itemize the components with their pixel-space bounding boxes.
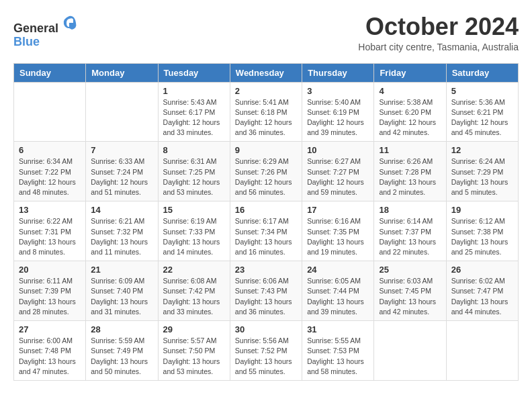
calendar-day-header: Saturday [446,63,518,82]
day-info: Sunrise: 6:16 AM Sunset: 7:35 PM Dayligh… [307,216,369,257]
day-info: Sunrise: 5:43 AM Sunset: 6:17 PM Dayligh… [163,97,225,138]
calendar-header-row: SundayMondayTuesdayWednesdayThursdayFrid… [14,63,519,82]
calendar-table: SundayMondayTuesdayWednesdayThursdayFrid… [13,63,519,381]
title-block: October 2024 Hobart city centre, Tasmani… [358,13,519,52]
day-number: 16 [235,205,297,215]
day-info: Sunrise: 5:59 AM Sunset: 7:49 PM Dayligh… [91,336,152,377]
day-info: Sunrise: 6:19 AM Sunset: 7:33 PM Dayligh… [163,216,225,257]
logo-icon [60,13,79,32]
day-info: Sunrise: 6:12 AM Sunset: 7:38 PM Dayligh… [451,216,513,257]
calendar-cell: 5Sunrise: 5:36 AM Sunset: 6:21 PM Daylig… [446,82,518,142]
calendar-cell: 7Sunrise: 6:33 AM Sunset: 7:24 PM Daylig… [86,142,158,201]
day-info: Sunrise: 5:38 AM Sunset: 6:20 PM Dayligh… [379,97,441,138]
day-info: Sunrise: 6:34 AM Sunset: 7:22 PM Dayligh… [19,156,81,197]
calendar-cell: 26Sunrise: 6:02 AM Sunset: 7:47 PM Dayli… [446,261,518,321]
day-info: Sunrise: 5:57 AM Sunset: 7:50 PM Dayligh… [163,336,225,377]
calendar-cell [446,321,518,381]
calendar-cell: 21Sunrise: 6:09 AM Sunset: 7:40 PM Dayli… [86,261,158,321]
calendar-cell: 23Sunrise: 6:06 AM Sunset: 7:43 PM Dayli… [230,261,302,321]
calendar-cell: 1Sunrise: 5:43 AM Sunset: 6:17 PM Daylig… [158,82,230,142]
day-number: 25 [379,265,441,275]
calendar-day-header: Monday [86,63,158,82]
day-info: Sunrise: 6:24 AM Sunset: 7:29 PM Dayligh… [451,156,513,197]
calendar-cell [86,82,158,142]
calendar-day-header: Friday [374,63,446,82]
calendar-cell: 8Sunrise: 6:31 AM Sunset: 7:25 PM Daylig… [158,142,230,201]
day-info: Sunrise: 6:29 AM Sunset: 7:26 PM Dayligh… [235,156,297,197]
calendar-cell: 13Sunrise: 6:22 AM Sunset: 7:31 PM Dayli… [14,201,86,261]
day-number: 8 [163,145,225,155]
day-info: Sunrise: 6:11 AM Sunset: 7:39 PM Dayligh… [19,276,81,317]
calendar-cell: 4Sunrise: 5:38 AM Sunset: 6:20 PM Daylig… [374,82,446,142]
day-number: 26 [451,265,513,275]
day-number: 5 [451,86,513,96]
month-title: October 2024 [358,13,519,40]
calendar-cell: 27Sunrise: 6:00 AM Sunset: 7:48 PM Dayli… [14,321,86,381]
day-number: 13 [19,205,81,215]
day-info: Sunrise: 6:08 AM Sunset: 7:42 PM Dayligh… [163,276,225,317]
day-number: 17 [307,205,369,215]
calendar-cell: 3Sunrise: 5:40 AM Sunset: 6:19 PM Daylig… [302,82,374,142]
day-info: Sunrise: 6:00 AM Sunset: 7:48 PM Dayligh… [19,336,81,377]
calendar-cell: 25Sunrise: 6:03 AM Sunset: 7:45 PM Dayli… [374,261,446,321]
calendar-cell: 20Sunrise: 6:11 AM Sunset: 7:39 PM Dayli… [14,261,86,321]
calendar-cell: 18Sunrise: 6:14 AM Sunset: 7:37 PM Dayli… [374,201,446,261]
day-number: 11 [379,145,441,155]
day-number: 23 [235,265,297,275]
calendar-cell: 17Sunrise: 6:16 AM Sunset: 7:35 PM Dayli… [302,201,374,261]
day-info: Sunrise: 6:17 AM Sunset: 7:34 PM Dayligh… [235,216,297,257]
calendar-week-row: 27Sunrise: 6:00 AM Sunset: 7:48 PM Dayli… [14,321,519,381]
day-info: Sunrise: 6:22 AM Sunset: 7:31 PM Dayligh… [19,216,81,257]
day-number: 6 [19,145,81,155]
calendar-cell: 11Sunrise: 6:26 AM Sunset: 7:28 PM Dayli… [374,142,446,201]
day-number: 22 [163,265,225,275]
calendar-cell [14,82,86,142]
day-info: Sunrise: 6:06 AM Sunset: 7:43 PM Dayligh… [235,276,297,317]
day-info: Sunrise: 6:26 AM Sunset: 7:28 PM Dayligh… [379,156,441,197]
day-number: 9 [235,145,297,155]
day-info: Sunrise: 6:03 AM Sunset: 7:45 PM Dayligh… [379,276,441,317]
calendar-day-header: Wednesday [230,63,302,82]
calendar-cell: 9Sunrise: 6:29 AM Sunset: 7:26 PM Daylig… [230,142,302,201]
day-number: 21 [91,265,152,275]
calendar-cell: 22Sunrise: 6:08 AM Sunset: 7:42 PM Dayli… [158,261,230,321]
day-number: 12 [451,145,513,155]
day-info: Sunrise: 6:02 AM Sunset: 7:47 PM Dayligh… [451,276,513,317]
calendar-cell: 28Sunrise: 5:59 AM Sunset: 7:49 PM Dayli… [86,321,158,381]
calendar-cell: 12Sunrise: 6:24 AM Sunset: 7:29 PM Dayli… [446,142,518,201]
day-info: Sunrise: 6:05 AM Sunset: 7:44 PM Dayligh… [307,276,369,317]
day-info: Sunrise: 5:40 AM Sunset: 6:19 PM Dayligh… [307,97,369,138]
calendar-cell: 19Sunrise: 6:12 AM Sunset: 7:38 PM Dayli… [446,201,518,261]
day-number: 1 [163,86,225,96]
calendar-week-row: 6Sunrise: 6:34 AM Sunset: 7:22 PM Daylig… [14,142,519,201]
calendar-cell: 2Sunrise: 5:41 AM Sunset: 6:18 PM Daylig… [230,82,302,142]
calendar-cell [374,321,446,381]
calendar-week-row: 13Sunrise: 6:22 AM Sunset: 7:31 PM Dayli… [14,201,519,261]
day-number: 24 [307,265,369,275]
calendar-cell: 6Sunrise: 6:34 AM Sunset: 7:22 PM Daylig… [14,142,86,201]
calendar-cell: 24Sunrise: 6:05 AM Sunset: 7:44 PM Dayli… [302,261,374,321]
day-info: Sunrise: 6:14 AM Sunset: 7:37 PM Dayligh… [379,216,441,257]
logo-general: General [13,21,58,35]
calendar-cell: 31Sunrise: 5:55 AM Sunset: 7:53 PM Dayli… [302,321,374,381]
day-info: Sunrise: 5:55 AM Sunset: 7:53 PM Dayligh… [307,336,369,377]
day-info: Sunrise: 5:36 AM Sunset: 6:21 PM Dayligh… [451,97,513,138]
day-number: 3 [307,86,369,96]
day-info: Sunrise: 5:41 AM Sunset: 6:18 PM Dayligh… [235,97,297,138]
calendar-week-row: 20Sunrise: 6:11 AM Sunset: 7:39 PM Dayli… [14,261,519,321]
day-number: 30 [235,324,297,334]
day-number: 31 [307,324,369,334]
logo-blue: Blue [13,35,40,48]
day-number: 4 [379,86,441,96]
logo: General Blue [13,13,79,49]
location: Hobart city centre, Tasmania, Australia [358,42,519,52]
calendar-cell: 16Sunrise: 6:17 AM Sunset: 7:34 PM Dayli… [230,201,302,261]
day-number: 14 [91,205,152,215]
day-info: Sunrise: 6:31 AM Sunset: 7:25 PM Dayligh… [163,156,225,197]
calendar-day-header: Tuesday [158,63,230,82]
calendar-cell: 29Sunrise: 5:57 AM Sunset: 7:50 PM Dayli… [158,321,230,381]
day-number: 20 [19,265,81,275]
day-info: Sunrise: 6:33 AM Sunset: 7:24 PM Dayligh… [91,156,152,197]
calendar-cell: 30Sunrise: 5:56 AM Sunset: 7:52 PM Dayli… [230,321,302,381]
day-number: 7 [91,145,152,155]
